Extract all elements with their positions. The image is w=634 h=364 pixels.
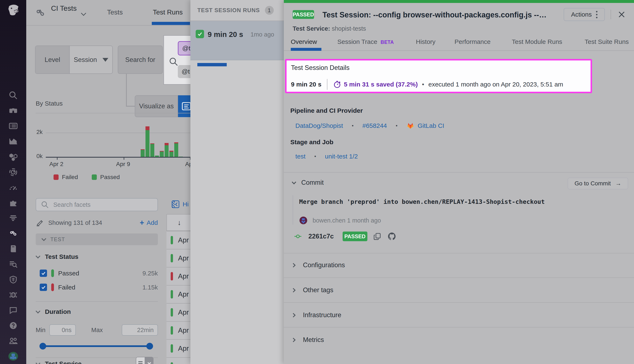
tab-test-suite-runs[interactable]: Test Suite Runs bbox=[585, 38, 629, 45]
connector-line bbox=[126, 106, 135, 107]
facet-test-service[interactable]: Test Service bbox=[36, 360, 82, 364]
status-pill bbox=[171, 290, 173, 298]
page-title[interactable]: CI Tests bbox=[51, 4, 77, 13]
duration-slider[interactable] bbox=[42, 345, 150, 347]
service-map-hexagons-icon bbox=[8, 152, 18, 161]
list-item[interactable]: Apr bbox=[166, 267, 192, 285]
section-title: Test Session Details bbox=[291, 64, 350, 72]
datadog-logo[interactable] bbox=[0, 3, 26, 18]
chart-bar[interactable] bbox=[170, 151, 174, 157]
list-sort-header[interactable]: ↓ bbox=[166, 214, 192, 231]
duration-min-input[interactable]: 0ns bbox=[49, 324, 76, 336]
sidebar-item-feedback[interactable] bbox=[0, 302, 26, 318]
close-button[interactable] bbox=[617, 10, 626, 19]
chart-bar[interactable] bbox=[164, 143, 168, 157]
list-item[interactable]: Apr bbox=[166, 303, 192, 321]
pipeline-link[interactable]: DataDog/Shopist bbox=[296, 122, 343, 129]
tab-overview[interactable]: Overview bbox=[291, 38, 317, 45]
ci-provider-link[interactable]: GitLab CI bbox=[406, 122, 444, 130]
facet-row-passed[interactable]: Passed 9.25k bbox=[40, 269, 158, 277]
test-service-value[interactable]: shopist-tests bbox=[332, 25, 366, 32]
chevron-right-icon bbox=[291, 338, 296, 342]
facet-display-toggle[interactable] bbox=[136, 357, 154, 364]
detail-tabs: Overview Session TraceBETA History Perfo… bbox=[284, 35, 634, 51]
session-run-row-selected[interactable]: 9 min 20 s 1mo ago bbox=[190, 21, 284, 60]
tab-history[interactable]: History bbox=[416, 38, 436, 45]
legend-item-failed[interactable]: Failed bbox=[54, 174, 78, 180]
facet-count: 9.25k bbox=[142, 270, 158, 277]
status-pill bbox=[171, 326, 173, 334]
sidebar-item-dashboards[interactable] bbox=[0, 180, 26, 195]
facet-group-test[interactable]: TEST bbox=[36, 234, 158, 245]
go-to-commit-button[interactable]: Go to Commit → bbox=[568, 178, 628, 189]
sidebar-item-apm[interactable] bbox=[0, 210, 26, 226]
facet-row-failed[interactable]: Failed 1.15k bbox=[40, 284, 158, 291]
sidebar-item-synthetics[interactable] bbox=[0, 164, 26, 180]
section-other-tags[interactable]: Other tags bbox=[292, 286, 333, 294]
status-bar-chart[interactable] bbox=[46, 128, 192, 157]
tab-tests[interactable]: Tests bbox=[107, 8, 123, 16]
level-value[interactable]: Session bbox=[70, 46, 112, 74]
section-configurations[interactable]: Configurations bbox=[292, 261, 345, 269]
sidebar-item-integrations[interactable] bbox=[0, 195, 26, 210]
list-item[interactable]: Apr bbox=[166, 357, 192, 364]
list-view-icon[interactable] bbox=[136, 357, 145, 364]
panel-title: Test Session: --config browser-without-p… bbox=[322, 10, 560, 19]
section-infrastructure[interactable]: Infrastructure bbox=[292, 311, 341, 319]
chevron-down-icon bbox=[36, 254, 40, 258]
duration-max-input[interactable]: 22min bbox=[122, 324, 158, 336]
chart-bar[interactable] bbox=[146, 126, 150, 157]
facet-test-status[interactable]: Test Status bbox=[36, 253, 78, 260]
commit-hash[interactable]: 2261c7c bbox=[308, 232, 334, 240]
tab-test-module-runs[interactable]: Test Module Runs bbox=[512, 38, 562, 45]
add-facet-button[interactable]: +Add bbox=[140, 218, 158, 227]
level-select[interactable]: Level Session bbox=[35, 46, 113, 74]
sidebar-item-events[interactable] bbox=[0, 118, 26, 134]
section-metrics[interactable]: Metrics bbox=[292, 336, 324, 344]
chart-bar[interactable] bbox=[141, 149, 145, 157]
copy-icon[interactable] bbox=[373, 232, 381, 240]
slider-handle-max[interactable] bbox=[146, 343, 153, 350]
sidebar-item-ci-active[interactable] bbox=[0, 226, 26, 241]
checkbox-checked[interactable] bbox=[40, 270, 47, 277]
list-item[interactable]: Apr bbox=[166, 339, 192, 357]
sidebar-item-security[interactable] bbox=[0, 272, 26, 287]
pipeline-number-link[interactable]: #658244 bbox=[362, 122, 387, 129]
tab-test-runs[interactable]: Test Runs bbox=[153, 8, 183, 16]
x-axis-label: Apr 2 bbox=[49, 161, 64, 168]
tab-session-trace[interactable]: Session TraceBETA bbox=[337, 38, 394, 45]
tab-performance[interactable]: Performance bbox=[454, 38, 490, 45]
sidebar-item-notebooks[interactable] bbox=[0, 241, 26, 256]
sidebar-item-watchdog[interactable] bbox=[0, 103, 26, 118]
actions-button[interactable]: Actions bbox=[564, 8, 605, 21]
github-icon[interactable] bbox=[387, 232, 397, 241]
legend-item-passed[interactable]: Passed bbox=[92, 174, 120, 180]
chart-bar[interactable] bbox=[174, 142, 178, 157]
pencil-icon[interactable] bbox=[36, 218, 44, 227]
job-link[interactable]: unit-test 1/2 bbox=[325, 153, 358, 160]
chevron-down-icon[interactable] bbox=[81, 11, 86, 16]
test-session-details-highlight: Test Session Details 9 min 20 s 5 min 31… bbox=[285, 59, 592, 93]
chevron-down-icon[interactable] bbox=[145, 357, 153, 364]
list-item[interactable]: Apr bbox=[166, 285, 192, 303]
sidebar-item-log-explorer[interactable] bbox=[0, 256, 26, 272]
chart-bar[interactable] bbox=[160, 151, 164, 157]
list-item[interactable]: Apr bbox=[166, 231, 192, 249]
facet-duration[interactable]: Duration bbox=[36, 308, 71, 315]
sidebar-item-network[interactable] bbox=[0, 287, 26, 302]
slider-handle-min[interactable] bbox=[40, 343, 46, 350]
commit-section-header[interactable]: Commit bbox=[292, 179, 324, 186]
stage-link[interactable]: test bbox=[296, 153, 306, 160]
list-item[interactable]: Apr bbox=[166, 249, 192, 267]
user-avatar[interactable] bbox=[0, 349, 26, 364]
sidebar-item-metrics[interactable] bbox=[0, 134, 26, 149]
search-facets-input[interactable]: Search facets bbox=[36, 198, 158, 211]
sidebar-item-organization[interactable] bbox=[0, 333, 26, 349]
sidebar-item-service-map[interactable] bbox=[0, 149, 26, 164]
hide-controls-link[interactable]: Hi bbox=[172, 200, 188, 208]
list-item[interactable]: Apr bbox=[166, 321, 192, 339]
checkbox-checked[interactable] bbox=[40, 284, 47, 291]
chart-bar[interactable] bbox=[150, 143, 154, 157]
sidebar-item-search[interactable] bbox=[0, 88, 26, 103]
sidebar-item-help[interactable] bbox=[0, 318, 26, 333]
